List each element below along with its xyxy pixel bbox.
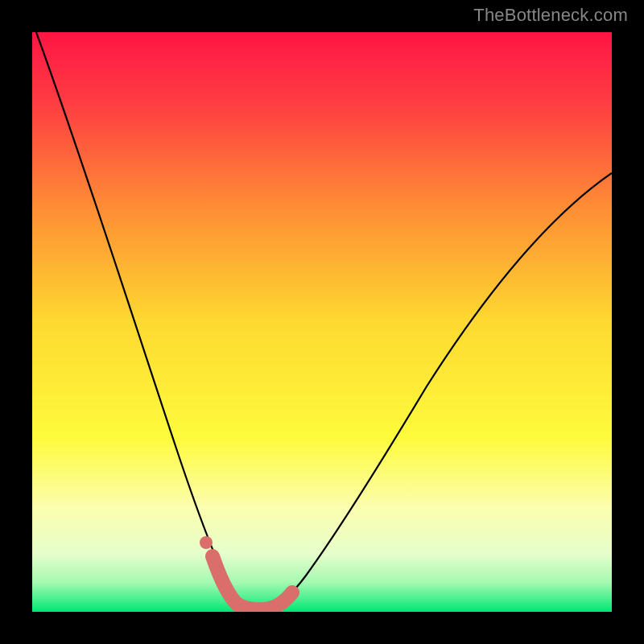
bottleneck-chart (32, 32, 612, 612)
watermark-text: TheBottleneck.com (473, 5, 628, 26)
chart-frame: TheBottleneck.com (0, 0, 644, 644)
plot-background (32, 32, 612, 612)
highlight-dot (200, 536, 213, 549)
